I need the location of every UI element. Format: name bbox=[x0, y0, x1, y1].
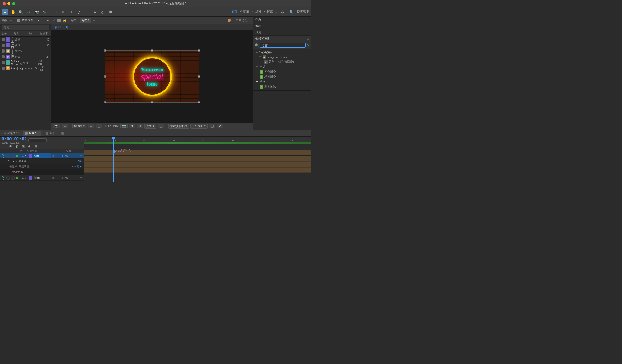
shape-tool[interactable]: ○ bbox=[52, 9, 59, 15]
3d-view-btn[interactable]: ◫ bbox=[209, 124, 215, 128]
visibility-btn[interactable]: ● bbox=[2, 182, 5, 182]
stopwatch-icon[interactable]: ⏱ bbox=[7, 160, 10, 163]
layer-row[interactable]: ● 2 ▶ C 灯on ▣ / fx 无 ▾ bbox=[0, 175, 84, 181]
timeline-tab[interactable]: 背景 bbox=[43, 131, 57, 136]
expand-icon[interactable]: ▶ bbox=[25, 177, 28, 179]
timeline-tab[interactable]: 合成 1 ≡ bbox=[23, 131, 41, 136]
expand-icon[interactable]: ▼ bbox=[25, 155, 28, 157]
camera-icon-btn[interactable]: 📷 bbox=[120, 124, 128, 128]
pin-tool[interactable]: ◇ bbox=[99, 9, 106, 15]
lock-btn[interactable] bbox=[11, 182, 15, 182]
zoom-select[interactable]: 61.3% ▾ bbox=[72, 124, 86, 128]
project-item[interactable]: 📁 固态层 文件夹 bbox=[0, 48, 51, 54]
handle-tr[interactable] bbox=[198, 49, 200, 52]
effects-menu-icon[interactable]: ≡ bbox=[307, 37, 309, 41]
tl-extract-tool[interactable]: ◧ bbox=[14, 144, 19, 149]
effects-tree-item[interactable]: fx渐变擦除 bbox=[253, 84, 311, 89]
eraser-tool[interactable]: ◆ bbox=[91, 9, 98, 15]
maximize-button[interactable] bbox=[12, 2, 15, 5]
solo-btn[interactable] bbox=[6, 182, 10, 182]
handle-bl[interactable] bbox=[104, 101, 106, 103]
search-icon[interactable]: 🔍 bbox=[288, 9, 295, 15]
layer-row[interactable]: ● 3 ▶ C 灯on ▣ / fx 无 ▾ bbox=[0, 181, 84, 182]
select-tool[interactable]: ▲ bbox=[2, 9, 8, 15]
handle-bm[interactable] bbox=[151, 101, 153, 103]
expand-btn[interactable]: ⤢ bbox=[217, 124, 223, 128]
solo-btn[interactable] bbox=[6, 176, 10, 180]
viewer-btn[interactable]: ▭ bbox=[62, 124, 68, 128]
align-label[interactable]: 对齐 bbox=[231, 10, 238, 14]
project-item[interactable]: 🖼 timg.jpeg Importe...G 189 KB bbox=[0, 65, 51, 71]
handle-tl[interactable] bbox=[104, 49, 106, 52]
essential-label[interactable]: 必要项 bbox=[240, 10, 249, 14]
effects-tree-item[interactable]: fx梯度渐变 bbox=[253, 74, 311, 79]
settings-icon[interactable]: ⚙ bbox=[279, 9, 286, 15]
roi-btn[interactable]: ◫ bbox=[96, 124, 102, 128]
prop-value[interactable]: 99% bbox=[77, 160, 82, 163]
lock-btn[interactable] bbox=[11, 154, 15, 158]
panel-menu-icon[interactable]: ≡ bbox=[47, 18, 49, 23]
tl-timecode[interactable]: 0:00:01:02 bbox=[2, 137, 27, 141]
visibility-btn[interactable]: ● bbox=[2, 176, 5, 180]
rotate-tool[interactable]: ↺ bbox=[25, 9, 32, 15]
timeline-clip[interactable] bbox=[84, 168, 311, 172]
zoom-tool[interactable]: 🔍 bbox=[17, 9, 24, 15]
effects-tree-item[interactable]: ▼ 📁Image – Creative bbox=[253, 55, 311, 59]
switch-2[interactable]: / bbox=[56, 176, 60, 179]
small-screen-label[interactable]: 小屏幕 bbox=[264, 10, 273, 14]
breadcrumb-comp1[interactable]: 合成 1 bbox=[53, 25, 61, 29]
project-item[interactable]: C 背景 合成 30 bbox=[0, 37, 51, 42]
rp-section-label[interactable]: 预览 bbox=[253, 29, 311, 36]
render-btn[interactable]: ↺ bbox=[129, 124, 135, 128]
tl-search-input[interactable] bbox=[28, 138, 47, 142]
tab-menu-icon[interactable]: ≡ bbox=[38, 132, 39, 135]
snapshot-btn[interactable]: 📷 bbox=[53, 124, 60, 128]
layer-row[interactable]: ● 1 ▼ C 灯on ▣ / fx 无 ▾ bbox=[0, 153, 84, 159]
breadcrumb-light[interactable]: 灯 bbox=[66, 25, 68, 29]
handle-mr[interactable] bbox=[198, 75, 200, 78]
res-btn[interactable]: ▭ bbox=[88, 124, 94, 128]
color-btn[interactable]: ⊙ bbox=[137, 124, 143, 128]
expr-controls[interactable]: ≡ ~ @ ▶ bbox=[72, 165, 82, 168]
close-button[interactable] bbox=[3, 2, 6, 5]
tl-move-tool[interactable]: ⇌ bbox=[2, 144, 7, 149]
clone-tool[interactable]: ↕ bbox=[84, 9, 90, 15]
switch-2[interactable]: / bbox=[56, 154, 60, 157]
type-tool[interactable]: T bbox=[68, 9, 75, 15]
close-icon[interactable]: ✕ bbox=[4, 131, 6, 135]
alpha-btn[interactable]: ◰ bbox=[158, 124, 164, 128]
fx-switch[interactable]: fx bbox=[61, 177, 64, 179]
solo-btn[interactable] bbox=[6, 154, 10, 158]
standard-label[interactable]: 标准 bbox=[255, 10, 261, 14]
tl-expand-tool[interactable]: ⊡ bbox=[33, 144, 38, 149]
handle-tm[interactable] bbox=[151, 49, 153, 52]
close-tab-icon[interactable]: ✕ bbox=[53, 19, 55, 22]
timeline-clip[interactable] bbox=[84, 162, 311, 167]
effects-tree-item[interactable]: ▼ 过渡 bbox=[253, 79, 311, 84]
fx-switch[interactable]: fx bbox=[61, 155, 64, 157]
camera-tool[interactable]: 📷 bbox=[33, 9, 40, 15]
handle-br[interactable] bbox=[198, 101, 200, 103]
project-search-input[interactable] bbox=[2, 25, 49, 30]
tl-lift-tool[interactable]: ✱ bbox=[8, 144, 13, 149]
tl-fill-tool[interactable]: ⊗ bbox=[27, 144, 32, 149]
quality-select[interactable]: 完整 ▾ bbox=[144, 124, 156, 129]
effects-tree-item[interactable]: ▼ 生成 bbox=[253, 64, 311, 69]
camera-select[interactable]: 活动摄像机 ▾ bbox=[168, 124, 189, 129]
expression-value[interactable]: wiggle(60,20) bbox=[12, 170, 27, 173]
effects-tree-item[interactable]: fx四色渐变 bbox=[253, 69, 311, 74]
search-help-label[interactable]: 搜索帮助 bbox=[297, 10, 309, 14]
handle-ml[interactable] bbox=[104, 75, 106, 78]
project-item[interactable]: C 合成 1 合成 30 bbox=[0, 54, 51, 60]
tl-compose-tool[interactable]: ▣ bbox=[20, 144, 26, 149]
rp-section-label[interactable]: 音频 bbox=[253, 23, 311, 29]
visibility-btn[interactable]: ● bbox=[2, 154, 5, 158]
switch-1[interactable]: ▣ bbox=[52, 176, 55, 179]
effects-search-input[interactable] bbox=[260, 43, 306, 48]
views-select[interactable]: 1 个视图 ▾ bbox=[190, 124, 208, 129]
timeline-clip[interactable] bbox=[84, 156, 311, 161]
project-item[interactable]: ♪ Six60-S....mp3 MP3 7.8 MB bbox=[0, 60, 51, 65]
tab-composition[interactable]: 合成 bbox=[69, 18, 78, 23]
pen-tool[interactable]: ✏ bbox=[60, 9, 67, 15]
rp-section-label[interactable]: 信息 bbox=[253, 17, 311, 23]
